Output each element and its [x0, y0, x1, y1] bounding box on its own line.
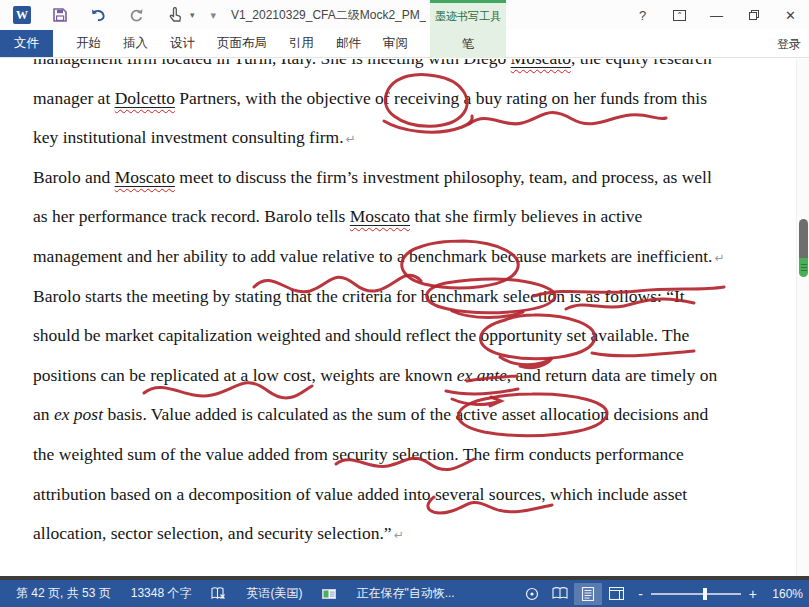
help-button[interactable]: ? — [624, 0, 661, 30]
minimize-button[interactable]: — — [698, 0, 735, 30]
spellcheck-squiggle-word: Moscato — [115, 167, 175, 187]
ribbon-display-options-button[interactable]: ⌃ — [661, 0, 698, 30]
text-segment: attribution based on a decomposition of … — [33, 484, 687, 504]
restore-icon — [749, 10, 759, 20]
qat-customize-button[interactable]: ▾ — [211, 9, 217, 22]
language-indicator[interactable]: 英语(美国) — [236, 580, 312, 607]
save-icon — [52, 7, 68, 23]
scrollbar-grip-handle[interactable] — [799, 258, 808, 277]
text-segment: manager at — [33, 88, 115, 108]
touch-mode-dropdown-arrow[interactable]: ▾ — [190, 10, 195, 20]
autosave-status-text: 正在保存"自动恢... — [346, 580, 464, 607]
word-window: { "window": { "title": "V1_20210329_CFA二… — [0, 0, 809, 607]
document-page[interactable]: management firm located in Turin, Italy.… — [0, 59, 809, 576]
contextual-group-label: 墨迹书写工具 — [435, 9, 501, 24]
text-segment: allocation, sector selection, and securi… — [33, 523, 392, 543]
zoom-slider-handle[interactable] — [703, 588, 707, 600]
ribbon-tab-row: 文件 开始插入设计页面布局引用邮件审阅视图 笔 — [0, 30, 809, 58]
read-mode-icon — [552, 587, 568, 600]
page-number-indicator[interactable]: 第 42 页, 共 53 页 — [6, 580, 121, 607]
status-bar: 第 42 页, 共 53 页 13348 个字 英语(美国) 正在保存"自动恢.… — [0, 580, 809, 607]
text-segment: Barolo and — [33, 167, 115, 187]
document-line: allocation, sector selection, and securi… — [33, 521, 404, 545]
text-segment: meet to discuss the firm’s investment ph… — [175, 167, 712, 187]
document-line: Barolo and Moscato meet to discuss the f… — [33, 165, 712, 189]
print-layout-button[interactable] — [574, 583, 602, 605]
document-line: should be market capitalization weighted… — [33, 323, 689, 347]
ribbon-tab-5[interactable]: 邮件 — [325, 30, 372, 57]
paragraph-mark: ↵ — [394, 528, 404, 542]
proofing-book-icon — [211, 587, 226, 600]
tab-pen[interactable]: 笔 — [462, 36, 475, 53]
document-line: as her performance track record. Barolo … — [33, 204, 642, 228]
text-segment: that she firmly believes in active — [410, 206, 642, 226]
title-bar: W ▾ ▾ V1_20210329_C — [0, 0, 809, 30]
print-layout-icon — [581, 587, 595, 601]
vertical-scrollbar[interactable] — [796, 59, 809, 576]
ribbon-tab-0[interactable]: 开始 — [65, 30, 112, 57]
zoom-slider[interactable] — [651, 593, 741, 595]
ribbon-tab-3[interactable]: 页面布局 — [206, 30, 278, 57]
ribbon-tab-6[interactable]: 审阅 — [372, 30, 419, 57]
undo-button[interactable] — [86, 3, 110, 27]
tab-file[interactable]: 文件 — [0, 30, 53, 57]
scrollbar-thumb[interactable] — [799, 219, 808, 259]
text-segment: positions can be replicated at a low cos… — [33, 365, 457, 385]
word-count-indicator[interactable]: 13348 个字 — [121, 580, 202, 607]
document-line: attribution based on a decomposition of … — [33, 482, 687, 506]
focus-icon — [525, 587, 539, 601]
minimize-icon: — — [710, 8, 723, 23]
text-segment: Moscato — [115, 167, 175, 187]
touch-mouse-mode-button[interactable] — [162, 3, 186, 27]
paragraph-mark: ↵ — [346, 132, 356, 146]
document-line: an ex post basis. Value added is calcula… — [33, 402, 708, 426]
text-segment: Barolo starts the meeting by stating tha… — [33, 286, 685, 306]
close-icon: ✕ — [785, 8, 796, 23]
document-line: positions can be replicated at a low cos… — [33, 363, 717, 387]
proofing-errors-button[interactable] — [201, 580, 236, 607]
text-segment: ex post — [54, 404, 103, 424]
text-segment: Partners, with the objective of receivin… — [175, 88, 707, 108]
save-button[interactable] — [48, 3, 72, 27]
document-line: the weighted sum of the value added from… — [33, 442, 684, 466]
document-line: key institutional investment consulting … — [33, 125, 356, 149]
spellcheck-squiggle-word: Moscato — [511, 59, 571, 68]
text-segment: , the equity research — [571, 59, 712, 68]
redo-button[interactable] — [124, 3, 148, 27]
web-layout-icon — [609, 587, 624, 600]
touch-mode-icon — [167, 7, 182, 23]
close-button[interactable]: ✕ — [772, 0, 809, 30]
spellcheck-squiggle-word: Moscato — [350, 206, 410, 226]
document-line: Barolo starts the meeting by stating tha… — [33, 284, 685, 308]
zoom-control: - + — [630, 587, 765, 601]
document-line: manager at Dolcetto Partners, with the o… — [33, 86, 707, 110]
text-segment: should be market capitalization weighted… — [33, 325, 689, 345]
restore-button[interactable] — [735, 0, 772, 30]
text-segment: management and her ability to add value … — [33, 246, 712, 266]
text-segment: the weighted sum of the value added from… — [33, 444, 684, 464]
word-logo-icon[interactable]: W — [10, 3, 34, 27]
autosave-sync-icon-button[interactable] — [312, 580, 346, 607]
paragraph-mark: ↵ — [714, 251, 724, 265]
sign-in-link[interactable]: 登录 — [777, 36, 801, 53]
document-title: V1_20210329_CFA二级Mock2_PM_题目+答... — [231, 7, 426, 24]
text-segment: Moscato — [511, 59, 571, 68]
web-layout-button[interactable] — [602, 583, 630, 605]
zoom-percentage[interactable]: 160% — [765, 587, 803, 601]
ribbon-tab-2[interactable]: 设计 — [159, 30, 206, 57]
quick-access-toolbar: W ▾ ▾ — [0, 3, 216, 27]
ribbon-tab-4[interactable]: 引用 — [278, 30, 325, 57]
text-segment: key institutional investment consulting … — [33, 127, 344, 147]
text-segment: , and return data are timely on — [507, 365, 717, 385]
focus-mode-button[interactable] — [518, 583, 546, 605]
document-line: management firm located in Turin, Italy.… — [33, 59, 712, 70]
sync-icon — [322, 589, 336, 599]
ribbon-tab-1[interactable]: 插入 — [112, 30, 159, 57]
contextual-tab-group-ink-tools: 墨迹书写工具 — [430, 0, 506, 30]
ribbon-tabs: 开始插入设计页面布局引用邮件审阅视图 — [65, 30, 466, 57]
text-segment: as her performance track record. Barolo … — [33, 206, 350, 226]
zoom-out-button[interactable]: - — [638, 587, 643, 601]
zoom-in-button[interactable]: + — [749, 587, 757, 601]
pen-tab-zone: 笔 — [430, 30, 506, 58]
read-mode-button[interactable] — [546, 583, 574, 605]
